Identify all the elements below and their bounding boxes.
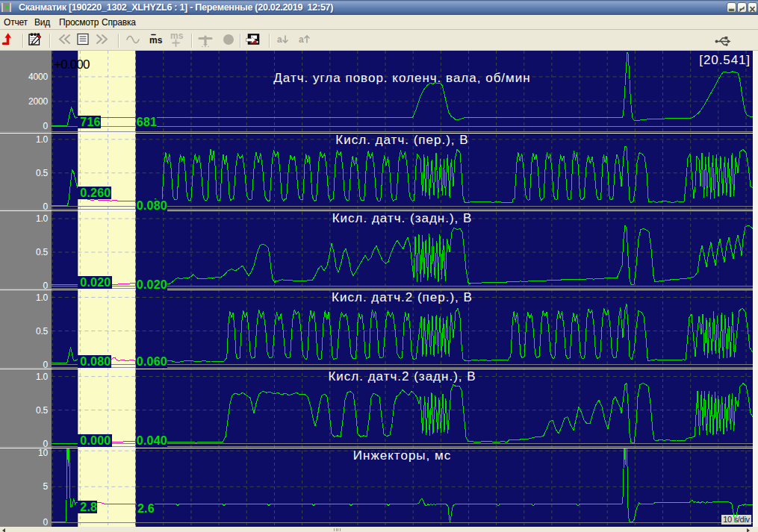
svg-text:a: a (277, 34, 282, 45)
svg-text:ms: ms (170, 31, 184, 41)
svg-text:ms: ms (149, 35, 163, 46)
svg-text:a: a (299, 34, 304, 45)
